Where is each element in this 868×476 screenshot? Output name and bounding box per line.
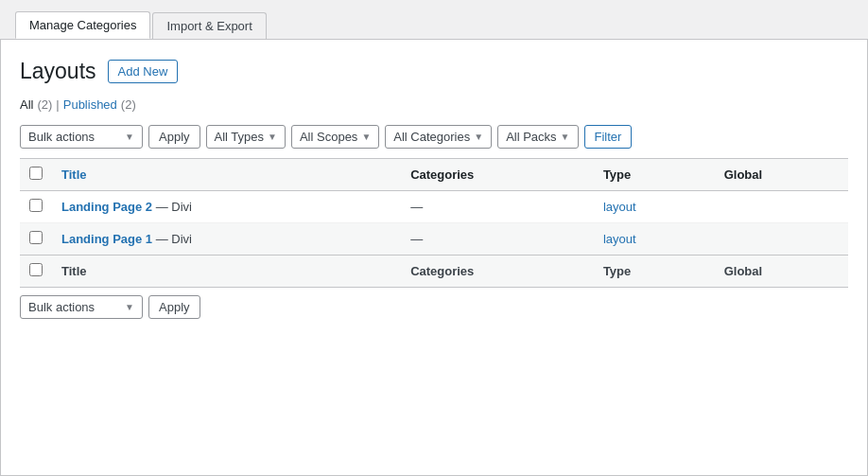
page-title: Layouts bbox=[20, 59, 96, 84]
page-title-row: Layouts Add New bbox=[20, 59, 848, 84]
th-title: Title bbox=[52, 159, 401, 191]
row-checkbox-0[interactable] bbox=[29, 199, 43, 212]
tfoot-type-cell: Type bbox=[594, 256, 715, 288]
all-types-label: All Types bbox=[215, 130, 265, 144]
tfoot-checkbox-cell bbox=[20, 256, 52, 288]
all-types-chevron-icon: ▼ bbox=[268, 132, 277, 142]
tab-import-export[interactable]: Import & Export bbox=[152, 12, 266, 39]
apply-button-top[interactable]: Apply bbox=[148, 125, 200, 149]
row-title-link[interactable]: Landing Page 1 bbox=[61, 232, 152, 246]
row-checkbox-cell bbox=[20, 191, 52, 223]
row-type-cell: layout bbox=[594, 223, 715, 256]
th-checkbox bbox=[20, 159, 52, 191]
th-type: Type bbox=[594, 159, 715, 191]
all-packs-chevron-icon: ▼ bbox=[561, 132, 570, 142]
filter-published-link[interactable]: Published bbox=[63, 97, 117, 112]
bulk-actions-label: Bulk actions bbox=[28, 130, 95, 144]
all-packs-label: All Packs bbox=[506, 130, 556, 144]
row-title-link[interactable]: Landing Page 2 bbox=[61, 200, 152, 214]
all-categories-label: All Categories bbox=[393, 130, 470, 144]
th-title-link[interactable]: Title bbox=[61, 167, 87, 182]
bulk-actions-bottom-dropdown[interactable]: Bulk actions ▼ bbox=[20, 295, 143, 319]
bulk-actions-bottom-label: Bulk actions bbox=[28, 300, 95, 314]
all-scopes-dropdown[interactable]: All Scopes ▼ bbox=[291, 125, 379, 149]
filter-button[interactable]: Filter bbox=[584, 125, 633, 149]
bulk-actions-dropdown[interactable]: Bulk actions ▼ bbox=[20, 125, 143, 149]
filter-all-link[interactable]: All bbox=[20, 97, 33, 112]
layouts-table: Title Categories Type Global Landing Pag… bbox=[20, 158, 848, 288]
row-categories-cell: — bbox=[401, 223, 594, 256]
row-categories-cell: — bbox=[401, 191, 594, 223]
tab-bar: Manage Categories Import & Export bbox=[0, 0, 868, 40]
row-title-cell: Landing Page 1 — Divi bbox=[52, 223, 401, 256]
all-types-dropdown[interactable]: All Types ▼ bbox=[206, 125, 286, 149]
tfoot-title-label: Title bbox=[61, 264, 87, 278]
filter-published-count: (2) bbox=[121, 97, 136, 112]
select-all-checkbox[interactable] bbox=[29, 167, 43, 180]
all-scopes-chevron-icon: ▼ bbox=[361, 132, 371, 142]
top-toolbar: Bulk actions ▼ Apply All Types ▼ All Sco… bbox=[20, 121, 848, 152]
bulk-actions-chevron-icon: ▼ bbox=[125, 132, 134, 142]
row-title-suffix: — Divi bbox=[156, 232, 192, 246]
all-categories-dropdown[interactable]: All Categories ▼ bbox=[385, 125, 492, 149]
tfoot-categories-cell: Categories bbox=[401, 256, 594, 288]
table-row: Landing Page 2 — Divi — layout bbox=[20, 191, 848, 223]
th-categories: Categories bbox=[401, 159, 594, 191]
main-content: Layouts Add New All (2) | Published (2) … bbox=[0, 40, 868, 476]
row-type-cell: layout bbox=[594, 191, 715, 223]
tfoot-global-cell: Global bbox=[715, 256, 848, 288]
row-title-cell: Landing Page 2 — Divi bbox=[52, 191, 401, 223]
all-scopes-label: All Scopes bbox=[300, 130, 357, 144]
row-type-link[interactable]: layout bbox=[603, 200, 636, 214]
filter-all-count: (2) bbox=[37, 97, 52, 112]
filter-separator: | bbox=[56, 97, 59, 112]
row-global-cell bbox=[715, 223, 848, 256]
row-type-link[interactable]: layout bbox=[603, 232, 636, 246]
row-checkbox-cell bbox=[20, 223, 52, 256]
th-global: Global bbox=[715, 159, 848, 191]
select-all-footer-checkbox[interactable] bbox=[29, 263, 43, 276]
tab-manage-categories[interactable]: Manage Categories bbox=[15, 11, 150, 39]
filter-links: All (2) | Published (2) bbox=[20, 97, 848, 112]
row-global-cell bbox=[715, 191, 848, 223]
add-new-button[interactable]: Add New bbox=[108, 60, 179, 83]
apply-button-bottom[interactable]: Apply bbox=[148, 295, 200, 319]
bottom-toolbar: Bulk actions ▼ Apply bbox=[20, 295, 848, 319]
bulk-actions-bottom-chevron-icon: ▼ bbox=[125, 302, 134, 312]
tfoot-title-cell: Title bbox=[52, 256, 401, 288]
table-row: Landing Page 1 — Divi — layout bbox=[20, 223, 848, 256]
row-checkbox-1[interactable] bbox=[29, 231, 43, 244]
all-packs-dropdown[interactable]: All Packs ▼ bbox=[497, 125, 578, 149]
table-header-row: Title Categories Type Global bbox=[20, 159, 848, 191]
all-categories-chevron-icon: ▼ bbox=[474, 132, 483, 142]
table-footer-row: Title Categories Type Global bbox=[20, 256, 848, 288]
row-title-suffix: — Divi bbox=[156, 200, 192, 214]
